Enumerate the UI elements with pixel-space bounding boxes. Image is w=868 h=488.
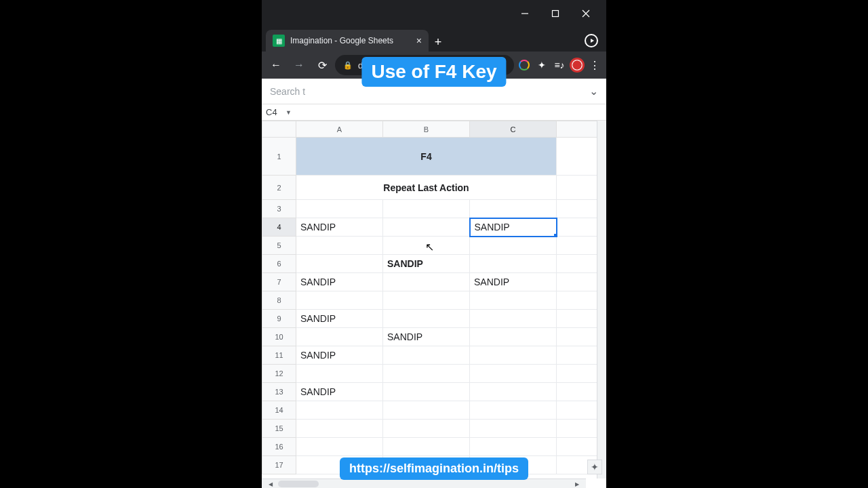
cell-c16[interactable] bbox=[470, 438, 557, 456]
window-close-button[interactable] bbox=[570, 3, 601, 24]
cell-b15[interactable] bbox=[383, 420, 470, 438]
row-header-6[interactable]: 6 bbox=[262, 255, 296, 273]
cell-b16[interactable] bbox=[383, 438, 470, 456]
cell-a4[interactable]: SANDIP bbox=[296, 218, 383, 237]
window-maximize-button[interactable] bbox=[540, 3, 570, 24]
row-header-16[interactable]: 16 bbox=[262, 438, 296, 456]
window-minimize-button[interactable] bbox=[509, 3, 540, 24]
lock-icon: 🔒 bbox=[343, 61, 353, 70]
cell-a10[interactable] bbox=[296, 328, 383, 346]
row-header-9[interactable]: 9 bbox=[262, 310, 296, 328]
row-header-12[interactable]: 12 bbox=[262, 365, 296, 383]
cell-a7[interactable]: SANDIP bbox=[296, 273, 383, 291]
row-header-2[interactable]: 2 bbox=[262, 176, 296, 200]
cell-c13[interactable] bbox=[470, 383, 557, 401]
cell-c3[interactable] bbox=[470, 200, 557, 218]
cell-c5[interactable] bbox=[470, 237, 557, 255]
expand-menus-icon[interactable]: ⌄ bbox=[589, 85, 598, 98]
window-titlebar bbox=[262, 0, 606, 27]
scroll-thumb[interactable] bbox=[278, 481, 319, 487]
row-header-5[interactable]: 5 bbox=[262, 237, 296, 255]
cell-b6[interactable]: SANDIP bbox=[383, 255, 470, 273]
row-header-15[interactable]: 15 bbox=[262, 420, 296, 438]
cell-b10[interactable]: SANDIP bbox=[383, 328, 470, 346]
tab-title: Imagination - Google Sheets bbox=[290, 36, 411, 45]
scroll-right-icon[interactable]: ▶ bbox=[572, 479, 582, 488]
cell-a9[interactable]: SANDIP bbox=[296, 310, 383, 328]
reading-list-icon[interactable]: ≡♪ bbox=[552, 58, 567, 73]
cell-b9[interactable] bbox=[383, 310, 470, 328]
new-tab-button[interactable]: + bbox=[429, 33, 448, 52]
cell-c11[interactable] bbox=[470, 346, 557, 365]
tab-strip: ▦ Imagination - Google Sheets × + bbox=[262, 27, 606, 52]
row-header-10[interactable]: 10 bbox=[262, 328, 296, 346]
cell-a6[interactable] bbox=[296, 255, 383, 273]
cell-b12[interactable] bbox=[383, 365, 470, 383]
cell-c9[interactable] bbox=[470, 310, 557, 328]
cell-b4[interactable] bbox=[383, 218, 470, 237]
cell-a14[interactable] bbox=[296, 401, 383, 420]
cell-a2-merged[interactable]: Repeat Last Action bbox=[296, 176, 557, 200]
cell-a12[interactable] bbox=[296, 365, 383, 383]
back-button[interactable]: ← bbox=[266, 55, 286, 75]
cell-a16[interactable] bbox=[296, 438, 383, 456]
scroll-left-icon[interactable]: ◀ bbox=[266, 479, 275, 488]
row-header-11[interactable]: 11 bbox=[262, 346, 296, 365]
cell-b7[interactable] bbox=[383, 273, 470, 291]
chrome-menu-button[interactable]: ⋮ bbox=[587, 58, 602, 73]
extensions-puzzle-icon[interactable]: ✦ bbox=[534, 58, 549, 73]
cell-a8[interactable] bbox=[296, 291, 383, 310]
cell-b8[interactable] bbox=[383, 291, 470, 310]
cell-b3[interactable] bbox=[383, 200, 470, 218]
column-header-a[interactable]: A bbox=[296, 121, 383, 138]
vertical-scrollbar[interactable] bbox=[597, 121, 606, 479]
cell-c14[interactable] bbox=[470, 401, 557, 420]
cell-a13[interactable]: SANDIP bbox=[296, 383, 383, 401]
cell-c6[interactable] bbox=[470, 255, 557, 273]
cell-a1-merged[interactable]: F4 bbox=[296, 138, 557, 176]
row-header-17[interactable]: 17 bbox=[262, 456, 296, 474]
column-header-c[interactable]: C bbox=[470, 121, 557, 138]
row-header-3[interactable]: 3 bbox=[262, 200, 296, 218]
explore-button[interactable]: ✦ bbox=[587, 460, 602, 474]
cell-c15[interactable] bbox=[470, 420, 557, 438]
overlay-title-banner: Use of F4 Key bbox=[361, 57, 506, 87]
cell-c10[interactable] bbox=[470, 328, 557, 346]
column-header-b[interactable]: B bbox=[383, 121, 470, 138]
spreadsheet-grid[interactable]: A B C 1 F4 2 Repeat Last Action 34SANDIP… bbox=[262, 121, 606, 488]
cell-a3[interactable] bbox=[296, 200, 383, 218]
name-box-dropdown-icon[interactable]: ▼ bbox=[285, 109, 292, 116]
tab-close-icon[interactable]: × bbox=[416, 35, 422, 46]
formula-bar-row: C4 ▼ bbox=[262, 104, 606, 121]
row-header-7[interactable]: 7 bbox=[262, 273, 296, 291]
row-header-14[interactable]: 14 bbox=[262, 401, 296, 420]
row-header-13[interactable]: 13 bbox=[262, 383, 296, 401]
menu-search-hint[interactable]: Search t bbox=[270, 86, 305, 97]
cell-a15[interactable] bbox=[296, 420, 383, 438]
cell-c4[interactable]: SANDIP bbox=[470, 218, 557, 237]
svg-rect-1 bbox=[552, 11, 558, 17]
cell-c7[interactable]: SANDIP bbox=[470, 273, 557, 291]
name-box[interactable]: C4 ▼ bbox=[262, 107, 296, 117]
horizontal-scrollbar[interactable]: ◀ ▶ bbox=[262, 479, 586, 488]
cell-b13[interactable] bbox=[383, 383, 470, 401]
forward-button: → bbox=[289, 55, 309, 75]
profile-avatar[interactable] bbox=[570, 58, 585, 73]
reload-button[interactable]: ⟳ bbox=[312, 55, 332, 75]
sheets-favicon: ▦ bbox=[273, 35, 285, 47]
name-box-value: C4 bbox=[266, 107, 277, 117]
cell-a11[interactable]: SANDIP bbox=[296, 346, 383, 365]
cell-c8[interactable] bbox=[470, 291, 557, 310]
cell-c12[interactable] bbox=[470, 365, 557, 383]
extension-icon-1[interactable] bbox=[517, 58, 532, 73]
browser-tab[interactable]: ▦ Imagination - Google Sheets × bbox=[266, 30, 429, 52]
cell-a5[interactable] bbox=[296, 237, 383, 255]
select-all-corner[interactable] bbox=[262, 121, 296, 138]
row-header-8[interactable]: 8 bbox=[262, 291, 296, 310]
row-header-1[interactable]: 1 bbox=[262, 138, 296, 176]
cell-b5[interactable] bbox=[383, 237, 470, 255]
row-header-4[interactable]: 4 bbox=[262, 218, 296, 237]
cell-b11[interactable] bbox=[383, 346, 470, 365]
cell-b14[interactable] bbox=[383, 401, 470, 420]
media-control-icon[interactable] bbox=[585, 34, 598, 47]
